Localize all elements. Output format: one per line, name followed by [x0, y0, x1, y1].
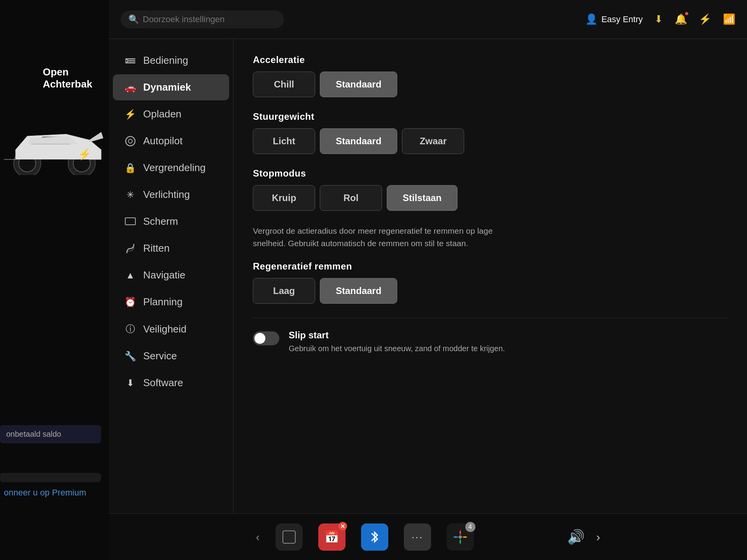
sidebar-item-software[interactable]: ⬇ Software — [113, 370, 229, 396]
prev-btn[interactable]: ‹ — [256, 530, 260, 544]
acceleratie-title: Acceleratie — [253, 54, 728, 65]
svg-rect-5 — [128, 60, 135, 61]
sidebar-nav: Bediening 🚗 Dynamiek ⚡ Opladen Autopilot… — [109, 39, 233, 513]
sidebar-item-label: Verlichting — [143, 189, 190, 201]
taskbar-volume-area: 🔊 › — [567, 529, 600, 545]
car-image — [0, 113, 109, 183]
taskbar-home-btn[interactable] — [275, 523, 303, 551]
veiligheid-icon: ⓘ — [124, 323, 136, 335]
stuurgewicht-zwaar-btn[interactable]: Zwaar — [402, 128, 464, 154]
autopilot-icon — [124, 136, 136, 147]
bediening-icon — [124, 58, 136, 64]
sidebar-item-label: Bediening — [143, 54, 188, 66]
svg-point-7 — [125, 60, 128, 62]
stopmodus-rol-btn[interactable]: Rol — [320, 185, 382, 211]
sidebar-item-label: Software — [143, 377, 183, 389]
sidebar-item-vergrendeling[interactable]: 🔒 Vergrendeling — [113, 155, 229, 181]
search-area[interactable]: 🔍 — [121, 10, 284, 28]
acceleratie-standaard-btn[interactable]: Standaard — [320, 72, 397, 97]
vergrendeling-icon: 🔒 — [124, 163, 136, 173]
search-icon: 🔍 — [128, 14, 139, 24]
sidebar-item-label: Vergrendeling — [143, 162, 205, 174]
pinwheel-badge: 4 — [465, 522, 475, 532]
premium-link[interactable]: onneer u op Premium — [4, 488, 86, 498]
slip-start-title: Slip start — [289, 330, 505, 341]
sidebar-item-verlichting[interactable]: ✳ Verlichting — [113, 182, 229, 208]
slip-start-description: Gebruik om het voertuig uit sneeuw, zand… — [289, 343, 505, 354]
bluetooth-icon[interactable]: ⚡ — [699, 13, 711, 25]
svg-point-9 — [128, 139, 132, 143]
sidebar-item-label: Veiligheid — [143, 323, 186, 335]
regeneratief-title: Regeneratief remmen — [253, 261, 728, 272]
sidebar-item-label: Ritten — [143, 242, 170, 254]
bell-icon[interactable]: 🔔 — [675, 13, 687, 25]
opladen-icon: ⚡ — [124, 109, 136, 120]
sidebar-item-autopilot[interactable]: Autopilot — [113, 128, 229, 154]
open-achterbak-label[interactable]: Open Achterbak — [43, 66, 92, 90]
svg-rect-12 — [283, 531, 295, 543]
download-icon[interactable]: ⬇ — [654, 13, 663, 25]
service-icon: 🔧 — [124, 351, 136, 362]
sidebar-item-label: Scherm — [143, 215, 178, 228]
sidebar-item-bediening[interactable]: Bediening — [113, 47, 229, 74]
svg-rect-4 — [125, 58, 135, 60]
sidebar-item-label: Opladen — [143, 108, 181, 120]
next-btn[interactable]: › — [596, 530, 600, 544]
sidebar-item-veiligheid[interactable]: ⓘ Veiligheid — [113, 316, 229, 342]
sidebar-item-service[interactable]: 🔧 Service — [113, 343, 229, 369]
sidebar-item-label: Dynamiek — [143, 81, 191, 93]
search-input[interactable] — [143, 14, 276, 24]
stuurgewicht-buttons: Licht Standaard Zwaar — [253, 128, 728, 154]
slip-start-row: Slip start Gebruik om het voertuig uit s… — [253, 330, 728, 354]
section-divider — [253, 318, 728, 318]
easy-entry[interactable]: 👤 Easy Entry — [585, 13, 643, 25]
ritten-icon — [124, 243, 136, 254]
slip-start-toggle[interactable] — [253, 331, 279, 345]
left-panel: Open Achterbak ⚡ onbetaald saldo onneer … — [0, 0, 109, 560]
bottom-card2 — [0, 473, 101, 482]
settings-panel: Acceleratie Chill Standaard Stuurgewicht… — [233, 39, 747, 513]
taskbar-pinwheel-btn[interactable]: 4 — [447, 523, 474, 551]
taskbar-calendar-btn[interactable]: 📅 — [318, 523, 345, 551]
sidebar-item-navigatie[interactable]: ▲ Navigatie — [113, 262, 229, 288]
bottom-card: onbetaald saldo — [0, 425, 101, 443]
sidebar-item-label: Planning — [143, 296, 182, 308]
navigatie-icon: ▲ — [124, 270, 136, 281]
stopmodus-kruip-btn[interactable]: Kruip — [253, 185, 315, 211]
sidebar-item-planning[interactable]: ⏰ Planning — [113, 289, 229, 315]
stuurgewicht-licht-btn[interactable]: Licht — [253, 128, 315, 154]
header-right: 👤 Easy Entry ⬇ 🔔 ⚡ 📶 — [585, 13, 735, 25]
svg-point-8 — [126, 136, 135, 146]
lightning-bolt-icon: ⚡ — [78, 148, 91, 161]
acceleratie-chill-btn[interactable]: Chill — [253, 72, 315, 97]
software-icon: ⬇ — [124, 378, 136, 388]
slip-start-info: Slip start Gebruik om het voertuig uit s… — [289, 330, 505, 354]
sidebar-item-ritten[interactable]: Ritten — [113, 235, 229, 261]
stuurgewicht-title: Stuurgewicht — [253, 111, 728, 122]
svg-rect-6 — [125, 62, 135, 63]
stopmodus-buttons: Kruip Rol Stilstaan — [253, 185, 728, 211]
regeneratief-laag-btn[interactable]: Laag — [253, 278, 315, 304]
main-content: Bediening 🚗 Dynamiek ⚡ Opladen Autopilot… — [109, 39, 747, 513]
stuurgewicht-standaard-btn[interactable]: Standaard — [320, 128, 397, 154]
person-icon: 👤 — [585, 13, 598, 25]
sidebar-item-opladen[interactable]: ⚡ Opladen — [113, 101, 229, 127]
planning-icon: ⏰ — [124, 297, 136, 308]
svg-rect-10 — [125, 218, 135, 225]
sidebar-item-label: Navigatie — [143, 269, 185, 281]
sidebar-item-dynamiek[interactable]: 🚗 Dynamiek — [113, 74, 229, 100]
regeneratief-section: Regeneratief remmen Laag Standaard — [253, 261, 728, 304]
volume-icon[interactable]: 🔊 — [567, 529, 585, 545]
stopmodus-description: Vergroot de actieradius door meer regene… — [253, 225, 525, 249]
taskbar-bluetooth-btn[interactable] — [361, 523, 388, 551]
notification-dot — [685, 12, 688, 15]
regeneratief-buttons: Laag Standaard — [253, 278, 728, 304]
header: 🔍 👤 Easy Entry ⬇ 🔔 ⚡ 📶 — [109, 0, 747, 39]
taskbar-dots-btn[interactable]: ··· — [404, 523, 431, 551]
stopmodus-stilstaan-btn[interactable]: Stilstaan — [387, 185, 458, 211]
dynamiek-icon: 🚗 — [124, 82, 136, 93]
sidebar-item-label: Service — [143, 350, 177, 362]
svg-point-15 — [459, 536, 462, 539]
sidebar-item-scherm[interactable]: Scherm — [113, 208, 229, 234]
regeneratief-standaard-btn[interactable]: Standaard — [320, 278, 397, 304]
